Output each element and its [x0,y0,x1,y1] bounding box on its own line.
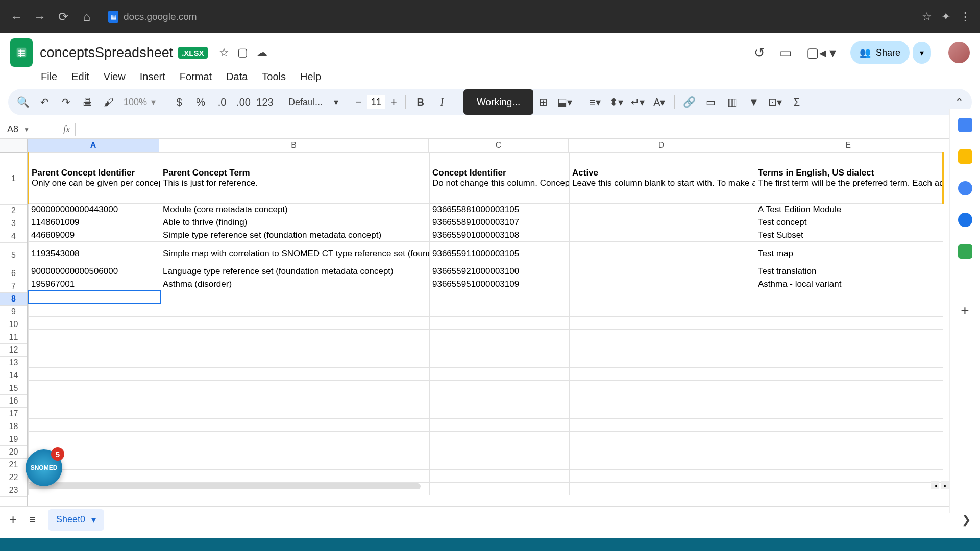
cell[interactable] [755,393,943,406]
add-on-plus-icon[interactable]: + [958,304,972,318]
cell[interactable]: 936655911000003105 [430,242,570,265]
cell[interactable] [570,229,755,242]
cell[interactable] [430,316,570,329]
col-header-E[interactable]: E [754,139,942,152]
cell[interactable] [755,418,943,431]
row-header[interactable]: 6 [0,267,27,280]
maps-icon[interactable] [958,244,972,259]
italic-icon[interactable]: I [435,95,449,109]
row-header[interactable]: 22 [0,471,27,484]
cell[interactable] [160,367,430,380]
cell[interactable] [430,342,570,355]
menu-format[interactable]: Format [178,70,214,84]
cell[interactable] [570,265,755,278]
header-cell[interactable]: ActiveLeave this column blank to start w… [570,153,755,204]
move-folder-icon[interactable]: ▢ [237,46,248,59]
cell[interactable] [570,304,755,316]
bold-icon[interactable]: B [414,95,427,109]
cell[interactable] [430,406,570,418]
sheets-logo-icon[interactable] [10,38,33,67]
cell[interactable]: Test translation [755,265,943,278]
keep-icon[interactable] [958,149,972,164]
header-cell[interactable]: Concept IdentifierDo not change this col… [430,153,570,204]
header-cell[interactable]: Parent Concept IdentifierOnly one can be… [29,153,160,204]
history-icon[interactable]: ↺ [754,45,765,61]
spreadsheet-grid[interactable]: 1234567891011121314151617181920212223 AB… [0,139,980,506]
cell[interactable]: Simple type reference set (foundation me… [160,229,430,242]
increase-font-icon[interactable]: + [390,95,397,109]
cell[interactable] [430,304,570,316]
cell[interactable]: Module (core metadata concept) [160,204,430,216]
cell[interactable] [29,291,160,304]
row-header[interactable]: 3 [0,217,27,230]
cell[interactable]: 936655891000003107 [430,216,570,229]
cell[interactable] [160,393,430,406]
scroll-arrows[interactable]: ◂▸ [931,481,949,489]
cell[interactable]: Asthma (disorder) [160,278,430,291]
cell[interactable] [29,329,160,342]
cell[interactable] [430,355,570,367]
cell[interactable] [570,457,755,469]
tasks-icon[interactable] [958,181,972,195]
forward-icon[interactable]: → [33,10,47,24]
formula-input[interactable] [75,123,980,136]
col-header-D[interactable]: D [569,139,754,152]
cell[interactable] [755,367,943,380]
add-sheet-icon[interactable]: + [9,512,17,528]
row-header[interactable]: 13 [0,357,27,369]
cell[interactable] [160,304,430,316]
cell[interactable] [430,418,570,431]
filter-views-icon[interactable]: ⊡▾ [769,95,782,109]
name-box[interactable]: A8▼ [7,124,58,135]
percent-icon[interactable]: % [194,95,207,109]
borders-icon[interactable]: ⊞ [537,95,550,109]
cell[interactable] [29,304,160,316]
cell[interactable] [570,204,755,216]
cell[interactable] [160,457,430,469]
wrap-icon[interactable]: ↵▾ [631,95,645,109]
cell[interactable] [570,418,755,431]
cell[interactable] [160,380,430,393]
row-header[interactable]: 23 [0,484,27,497]
row-header[interactable]: 14 [0,369,27,382]
cell[interactable] [160,291,430,304]
share-dropdown[interactable]: ▾ [913,42,931,64]
sheet-tab-active[interactable]: Sheet0▾ [48,509,104,531]
row-header[interactable]: 10 [0,318,27,331]
decrease-font-icon[interactable]: − [355,95,362,109]
filter-icon[interactable]: ▼ [747,95,761,109]
row-header[interactable]: 7 [0,280,27,293]
meet-icon[interactable]: ▢◂ ▾ [806,45,836,61]
cell[interactable]: 936655881000003105 [430,204,570,216]
cell[interactable] [430,380,570,393]
account-avatar[interactable] [948,42,970,63]
cell[interactable] [755,316,943,329]
cell[interactable]: Asthma - local variant [755,278,943,291]
cell[interactable] [430,367,570,380]
menu-edit[interactable]: Edit [69,70,91,84]
cell[interactable] [430,329,570,342]
link-icon[interactable]: 🔗 [683,95,696,109]
paint-format-icon[interactable]: 🖌 [102,95,115,109]
cell[interactable] [570,380,755,393]
cell[interactable] [570,406,755,418]
cell[interactable] [570,291,755,304]
extensions-icon[interactable]: ✦ [941,10,950,23]
cell[interactable] [160,431,430,444]
cell[interactable]: 936655901000003108 [430,229,570,242]
cell[interactable] [160,316,430,329]
cell[interactable] [755,469,943,482]
row-header[interactable]: 1 [0,153,27,205]
menu-view[interactable]: View [102,70,128,84]
collapse-toolbar-icon[interactable]: ⌃ [955,96,964,108]
cell[interactable]: 1148601009 [29,216,160,229]
cell[interactable] [570,367,755,380]
cell[interactable] [755,444,943,457]
reload-icon[interactable]: ⟳ [56,10,70,24]
cell[interactable] [755,380,943,393]
col-header-B[interactable]: B [159,139,429,152]
cell[interactable] [570,342,755,355]
browser-menu-icon[interactable]: ⋮ [960,10,971,23]
cell[interactable] [29,367,160,380]
cell[interactable] [755,329,943,342]
